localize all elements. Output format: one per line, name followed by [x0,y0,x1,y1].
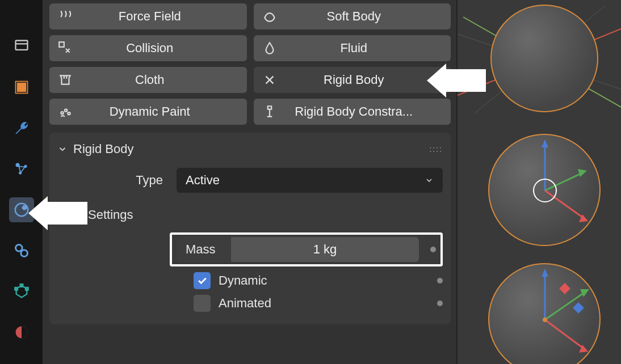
type-dropdown[interactable]: Active [177,168,443,193]
animate-property-dot[interactable] [437,300,443,306]
svg-point-15 [61,112,63,114]
object-tab-icon[interactable] [9,75,34,100]
mass-label: Mass [177,237,231,262]
constraint-tab-icon[interactable] [9,238,34,263]
svg-point-17 [68,112,70,115]
svg-rect-14 [59,42,64,47]
rigid-body-panel-title: Rigid Body [73,142,133,156]
mass-input[interactable]: 1 kg [231,237,419,262]
type-row: Type Active [57,168,443,193]
rigid-body-constraint-button[interactable]: Rigid Body Constra... [254,99,451,125]
physics-type-grid: Force Field Soft Body Collision Fluid Cl… [49,3,451,125]
dynamic-paint-label: Dynamic Paint [75,104,241,119]
svg-marker-24 [542,139,548,147]
close-icon [259,74,280,86]
collision-label: Collision [75,41,241,56]
svg-rect-11 [26,287,28,290]
drag-handle-icon[interactable]: :::: [429,145,443,154]
svg-rect-37 [559,283,570,294]
force-field-button[interactable]: Force Field [49,3,247,29]
svg-line-34 [545,320,585,349]
rigid-body-button[interactable]: Rigid Body [254,67,451,93]
cloth-button[interactable]: Cloth [49,67,247,93]
viewport-3d[interactable] [456,0,621,364]
animated-label: Animated [219,296,426,311]
animated-row: Animated [57,295,443,312]
animate-property-dot[interactable] [437,278,443,283]
mass-highlight-annotation: Mass 1 kg [170,232,443,266]
mesh-tab-icon[interactable] [9,279,34,304]
svg-line-27 [545,191,585,219]
force-field-icon [55,9,75,24]
dynamic-row: Dynamic [57,272,443,289]
rigid-body-constraint-label: Rigid Body Constra... [280,104,446,119]
svg-point-16 [65,109,67,112]
viewport-gizmo-2 [488,134,602,247]
cloth-icon [55,73,75,87]
svg-point-38 [543,318,547,322]
cloth-label: Cloth [75,73,241,87]
animated-checkbox[interactable] [194,295,211,312]
chevron-down-icon [57,144,68,154]
settings-subpanel-header[interactable]: Settings [57,197,443,228]
svg-rect-1 [16,83,26,92]
rigid-body-panel: Rigid Body :::: Type Active Settings [49,133,451,324]
svg-marker-26 [578,169,587,177]
dynamic-label: Dynamic [219,273,426,288]
svg-point-7 [22,206,26,209]
rigid-body-constraint-icon [259,104,280,119]
svg-rect-12 [20,284,23,287]
viewport-gizmo-3 [488,263,602,364]
soft-body-button[interactable]: Soft Body [254,3,451,29]
type-value: Active [186,173,220,188]
material-tab-icon[interactable] [9,320,34,345]
svg-rect-0 [15,41,27,50]
settings-label: Settings [88,208,133,222]
mass-row: Mass 1 kg [57,232,443,266]
svg-rect-10 [15,287,18,290]
svg-point-8 [15,245,22,252]
dynamic-paint-icon [55,104,75,119]
sphere-object-1[interactable] [490,5,598,112]
force-field-label: Force Field [75,9,241,24]
annotation-arrow-physics-tab [47,202,87,225]
animate-property-dot[interactable] [430,247,436,252]
fluid-button[interactable]: Fluid [254,35,451,61]
fluid-label: Fluid [280,41,446,56]
svg-marker-31 [542,269,548,277]
particles-tab-icon[interactable] [9,156,34,181]
modifier-tab-icon[interactable] [9,116,34,141]
chevron-down-icon [425,176,434,185]
annotation-arrow-rigid-body [445,69,486,92]
physics-properties-panel: Force Field Soft Body Collision Fluid Cl… [43,0,456,364]
svg-point-6 [15,204,28,217]
soft-body-icon [259,9,280,24]
type-label: Type [57,173,177,188]
rigid-body-label: Rigid Body [280,73,446,87]
fluid-icon [259,41,280,56]
output-tab-icon[interactable] [9,34,34,59]
rigid-body-panel-header[interactable]: Rigid Body :::: [57,139,443,163]
properties-tab-rail [0,0,43,364]
svg-point-9 [20,250,27,257]
dynamic-checkbox[interactable] [194,272,211,289]
svg-rect-36 [573,302,584,314]
collision-icon [55,41,75,56]
collision-button[interactable]: Collision [49,35,247,61]
svg-marker-33 [580,289,589,297]
dynamic-paint-button[interactable]: Dynamic Paint [49,99,247,125]
soft-body-label: Soft Body [280,9,446,24]
svg-line-25 [545,172,584,191]
